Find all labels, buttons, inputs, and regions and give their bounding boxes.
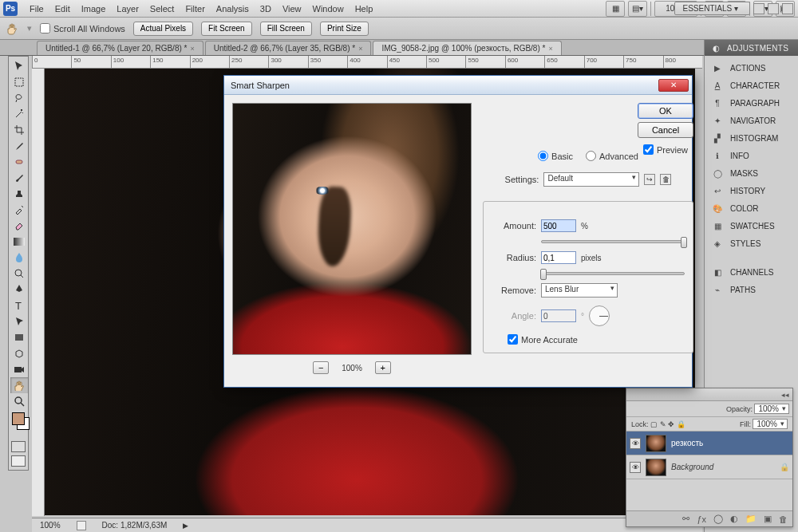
panel-character[interactable]: ACHARACTER	[705, 77, 798, 94]
menu-view[interactable]: View	[277, 2, 307, 16]
status-menu-icon[interactable]: ▶	[183, 522, 188, 530]
heal-tool-icon[interactable]	[10, 154, 28, 170]
tab-doc-1[interactable]: Untitled-1 @ 66,7% (Layer 20, RGB/8) *×	[37, 41, 203, 55]
menu-analysis[interactable]: Analysis	[211, 2, 255, 16]
print-size-button[interactable]: Print Size	[320, 22, 369, 36]
fx-icon[interactable]: ƒx	[697, 514, 706, 524]
scroll-all-checkbox[interactable]: Scroll All Windows	[40, 23, 125, 33]
panel-masks[interactable]: ◯MASKS	[705, 164, 798, 182]
color-swatches[interactable]	[10, 412, 26, 436]
adjust-layer-icon[interactable]: ◐	[730, 514, 738, 524]
remove-dropdown[interactable]: Lens Blur	[541, 283, 618, 298]
cancel-button[interactable]: Cancel	[638, 122, 693, 138]
panel-navigator[interactable]: ✦NAVIGATOR	[705, 112, 798, 129]
zoom-tool-icon[interactable]	[10, 393, 28, 409]
tab-doc-3[interactable]: IMG_9058-2.jpg @ 100% (резкость, RGB/8) …	[373, 41, 561, 55]
menu-window[interactable]: Window	[307, 2, 350, 16]
foreground-color-swatch[interactable]	[12, 412, 25, 425]
delete-preset-icon[interactable]: 🗑	[660, 174, 671, 185]
close-icon[interactable]: ×	[358, 45, 362, 53]
menu-help[interactable]: Help	[350, 2, 379, 16]
menu-filter[interactable]: Filter	[180, 2, 210, 16]
menu-image[interactable]: Image	[76, 2, 112, 16]
zoom-in-button[interactable]: +	[375, 361, 391, 374]
menu-select[interactable]: Select	[144, 2, 180, 16]
more-accurate-checkbox[interactable]: More Accurate	[508, 334, 685, 345]
hand-tool-icon[interactable]	[10, 377, 28, 393]
basic-radio[interactable]: Basic	[538, 151, 573, 161]
layer-row[interactable]: 👁 Background 🔒	[626, 455, 792, 479]
preview-image[interactable]	[232, 103, 472, 355]
panel-info[interactable]: ℹINFO	[705, 147, 798, 164]
minimize-icon[interactable]	[768, 3, 779, 14]
brush-tool-icon[interactable]	[10, 170, 28, 186]
mask-icon[interactable]: ◯	[713, 514, 723, 524]
crop-tool-icon[interactable]	[10, 122, 28, 138]
close-icon[interactable]	[782, 3, 793, 14]
quick-mask-icon[interactable]	[11, 441, 26, 452]
preview-checkbox[interactable]: Preview	[643, 144, 688, 155]
panel-paths[interactable]: ⌁PATHS	[705, 281, 798, 298]
pen-tool-icon[interactable]	[10, 282, 28, 298]
marquee-tool-icon[interactable]	[10, 74, 28, 90]
fill-value[interactable]: 100%	[753, 419, 788, 429]
collapse-icon[interactable]: ◂◂	[781, 391, 789, 399]
radius-input[interactable]	[541, 251, 576, 264]
close-icon[interactable]: ×	[548, 45, 552, 53]
menu-edit[interactable]: Edit	[49, 2, 76, 16]
panel-actions[interactable]: ▶ACTIONS	[705, 59, 798, 77]
group-icon[interactable]: 📁	[745, 514, 757, 524]
menu-file[interactable]: File	[24, 2, 49, 16]
actual-pixels-button[interactable]: Actual Pixels	[133, 22, 193, 36]
zoom-readout[interactable]: 100%	[40, 521, 61, 530]
wand-tool-icon[interactable]	[10, 106, 28, 122]
stamp-tool-icon[interactable]	[10, 186, 28, 202]
panel-histogram[interactable]: ▞HISTOGRAM	[705, 129, 798, 147]
eraser-tool-icon[interactable]	[10, 218, 28, 234]
settings-dropdown[interactable]: Default	[543, 172, 639, 187]
dodge-tool-icon[interactable]	[10, 266, 28, 282]
opacity-value[interactable]: 100%	[754, 404, 789, 414]
layer-row[interactable]: 👁 резкость	[626, 432, 792, 455]
radius-slider[interactable]	[541, 272, 685, 275]
panel-color[interactable]: 🎨COLOR	[705, 199, 798, 217]
launch-bridge-icon[interactable]: ▦	[606, 1, 625, 17]
fit-screen-button[interactable]: Fit Screen	[201, 22, 252, 36]
screen-mode-icon[interactable]	[11, 455, 26, 467]
advanced-radio[interactable]: Advanced	[586, 151, 638, 161]
visibility-icon[interactable]: 👁	[630, 438, 641, 449]
menu-layer[interactable]: Layer	[111, 2, 144, 16]
panel-history[interactable]: ↩HISTORY	[705, 182, 798, 199]
panel-paragraph[interactable]: ¶PARAGRAPH	[705, 94, 798, 112]
shape-tool-icon[interactable]	[10, 329, 28, 345]
panel-channels[interactable]: ◧CHANNELS	[705, 263, 798, 281]
menu-3d[interactable]: 3D	[255, 2, 277, 16]
lasso-tool-icon[interactable]	[10, 90, 28, 106]
fill-screen-button[interactable]: Fill Screen	[260, 22, 312, 36]
trash-icon[interactable]: 🗑	[779, 514, 788, 524]
move-tool-icon[interactable]	[10, 58, 28, 74]
eyedropper-tool-icon[interactable]	[10, 138, 28, 154]
save-preset-icon[interactable]: ↪	[644, 174, 655, 185]
amount-input[interactable]	[541, 219, 576, 232]
blur-tool-icon[interactable]	[10, 250, 28, 266]
type-tool-icon[interactable]: T	[10, 298, 28, 313]
csLive-icon[interactable]	[753, 3, 764, 14]
panel-swatches[interactable]: ▦SWATCHES	[705, 217, 798, 234]
3d-camera-icon[interactable]	[10, 361, 28, 377]
tab-doc-2[interactable]: Untitled-2 @ 66,7% (Layer 35, RGB/8) *×	[205, 41, 372, 55]
close-button[interactable]: ✕	[658, 79, 689, 92]
visibility-icon[interactable]: 👁	[630, 462, 641, 473]
amount-slider[interactable]	[541, 240, 685, 243]
path-select-icon[interactable]	[10, 313, 28, 329]
view-extras-icon[interactable]: ▤▾	[628, 1, 647, 17]
panel-styles[interactable]: ◈STYLES	[705, 234, 798, 252]
adjustments-header[interactable]: ◐ADJUSTMENTS	[705, 40, 798, 56]
3d-tool-icon[interactable]	[10, 345, 28, 361]
workspace-switcher[interactable]: ESSENTIALS ▾	[674, 2, 750, 15]
zoom-out-button[interactable]: −	[313, 361, 329, 374]
gradient-tool-icon[interactable]	[10, 234, 28, 250]
history-brush-icon[interactable]	[10, 202, 28, 218]
close-icon[interactable]: ×	[190, 45, 194, 53]
new-layer-icon[interactable]: ▣	[764, 514, 772, 524]
